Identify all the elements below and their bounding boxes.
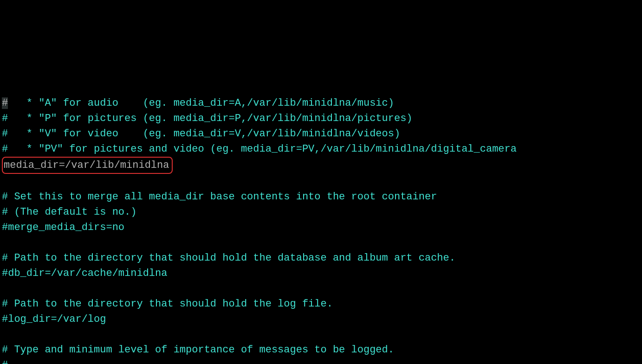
terminal-editor[interactable]: # * "A" for audio (eg. media_dir=A,/var/… <box>0 65 642 364</box>
config-line: # * "A" for audio (eg. media_dir=A,/var/… <box>0 96 642 111</box>
config-line <box>0 281 642 296</box>
config-line: # Set this to merge all media_dir base c… <box>0 189 642 204</box>
config-line: # * "PV" for pictures and video (eg. med… <box>0 141 642 157</box>
config-line: # Path to the directory that should hold… <box>0 296 642 312</box>
config-line: # * "P" for pictures (eg. media_dir=P,/v… <box>0 111 642 126</box>
config-line: # Path to the directory that should hold… <box>0 250 642 266</box>
config-line: media_dir=/var/lib/minidlna <box>0 157 642 174</box>
config-line: # (The default is no.) <box>0 204 642 220</box>
terminal-content: # * "A" for audio (eg. media_dir=A,/var/… <box>0 96 642 364</box>
config-line: # <box>0 358 642 364</box>
config-line: #db_dir=/var/cache/minidlna <box>0 266 642 281</box>
config-line <box>0 174 642 189</box>
cursor-position: # <box>2 97 8 109</box>
config-line: # Type and minimum level of importance o… <box>0 342 642 358</box>
config-line: # * "V" for video (eg. media_dir=V,/var/… <box>0 126 642 141</box>
config-line <box>0 327 642 342</box>
line-text: * "A" for audio (eg. media_dir=A,/var/li… <box>8 97 394 109</box>
config-line <box>0 235 642 250</box>
config-line: #log_dir=/var/log <box>0 312 642 327</box>
highlighted-config-line: media_dir=/var/lib/minidlna <box>2 157 173 174</box>
config-line: #merge_media_dirs=no <box>0 220 642 235</box>
